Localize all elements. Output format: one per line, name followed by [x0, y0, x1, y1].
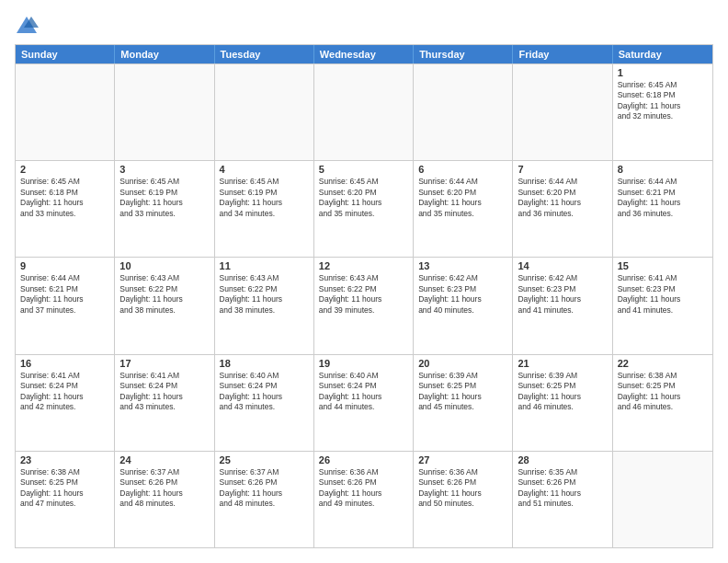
cell-info: Sunrise: 6:42 AM Sunset: 6:23 PM Dayligh…	[518, 273, 607, 316]
calendar-week-4: 23Sunrise: 6:38 AM Sunset: 6:25 PM Dayli…	[16, 451, 712, 547]
day-number: 7	[518, 164, 607, 175]
calendar-cell: 5Sunrise: 6:45 AM Sunset: 6:20 PM Daylig…	[314, 161, 414, 257]
day-number: 16	[20, 358, 109, 369]
cell-info: Sunrise: 6:45 AM Sunset: 6:19 PM Dayligh…	[220, 177, 309, 219]
day-number: 26	[319, 454, 408, 465]
calendar-cell: 12Sunrise: 6:43 AM Sunset: 6:22 PM Dayli…	[314, 258, 414, 353]
calendar-cell: 24Sunrise: 6:37 AM Sunset: 6:26 PM Dayli…	[115, 452, 214, 547]
day-number: 18	[220, 358, 309, 369]
cell-info: Sunrise: 6:42 AM Sunset: 6:23 PM Dayligh…	[418, 273, 507, 316]
cell-info: Sunrise: 6:41 AM Sunset: 6:23 PM Dayligh…	[618, 273, 708, 316]
day-number: 22	[618, 358, 708, 369]
cell-info: Sunrise: 6:41 AM Sunset: 6:24 PM Dayligh…	[119, 371, 209, 413]
cell-info: Sunrise: 6:45 AM Sunset: 6:18 PM Dayligh…	[618, 80, 708, 122]
cell-info: Sunrise: 6:37 AM Sunset: 6:26 PM Dayligh…	[119, 467, 209, 510]
day-number: 10	[119, 260, 209, 271]
header-day-thursday: Thursday	[414, 45, 513, 63]
calendar-cell: 17Sunrise: 6:41 AM Sunset: 6:24 PM Dayli…	[115, 355, 214, 451]
calendar-week-0: 1Sunrise: 6:45 AM Sunset: 6:18 PM Daylig…	[16, 63, 712, 160]
day-number: 11	[220, 260, 309, 271]
header-day-saturday: Saturday	[613, 45, 712, 63]
logo-icon	[15, 15, 39, 35]
calendar-cell: 2Sunrise: 6:45 AM Sunset: 6:18 PM Daylig…	[16, 161, 115, 257]
cell-info: Sunrise: 6:37 AM Sunset: 6:26 PM Dayligh…	[220, 467, 309, 510]
calendar-week-2: 9Sunrise: 6:44 AM Sunset: 6:21 PM Daylig…	[16, 257, 712, 353]
header-day-sunday: Sunday	[16, 45, 115, 63]
calendar-cell: 20Sunrise: 6:39 AM Sunset: 6:25 PM Dayli…	[414, 355, 513, 451]
calendar-cell: 18Sunrise: 6:40 AM Sunset: 6:24 PM Dayli…	[215, 355, 314, 451]
calendar-cell	[115, 64, 214, 160]
day-number: 17	[119, 358, 209, 369]
cell-info: Sunrise: 6:45 AM Sunset: 6:18 PM Dayligh…	[20, 177, 109, 219]
calendar-body: 1Sunrise: 6:45 AM Sunset: 6:18 PM Daylig…	[16, 63, 712, 547]
header-day-wednesday: Wednesday	[314, 45, 414, 63]
calendar-cell: 23Sunrise: 6:38 AM Sunset: 6:25 PM Dayli…	[16, 452, 115, 547]
logo	[15, 15, 40, 35]
calendar-cell: 14Sunrise: 6:42 AM Sunset: 6:23 PM Dayli…	[513, 258, 612, 353]
cell-info: Sunrise: 6:35 AM Sunset: 6:26 PM Dayligh…	[518, 467, 607, 510]
cell-info: Sunrise: 6:40 AM Sunset: 6:24 PM Dayligh…	[319, 371, 408, 413]
calendar-cell	[16, 64, 115, 160]
cell-info: Sunrise: 6:44 AM Sunset: 6:20 PM Dayligh…	[518, 177, 607, 219]
calendar-cell	[513, 64, 612, 160]
header-day-tuesday: Tuesday	[215, 45, 314, 63]
cell-info: Sunrise: 6:45 AM Sunset: 6:20 PM Dayligh…	[319, 177, 408, 219]
day-number: 24	[119, 454, 209, 465]
day-number: 14	[518, 260, 607, 271]
calendar-cell: 16Sunrise: 6:41 AM Sunset: 6:24 PM Dayli…	[16, 355, 115, 451]
calendar-cell: 19Sunrise: 6:40 AM Sunset: 6:24 PM Dayli…	[314, 355, 414, 451]
calendar-cell: 6Sunrise: 6:44 AM Sunset: 6:20 PM Daylig…	[414, 161, 513, 257]
day-number: 19	[319, 358, 408, 369]
day-number: 6	[418, 164, 507, 175]
cell-info: Sunrise: 6:36 AM Sunset: 6:26 PM Dayligh…	[418, 467, 507, 510]
calendar-cell	[314, 64, 414, 160]
calendar-cell: 4Sunrise: 6:45 AM Sunset: 6:19 PM Daylig…	[215, 161, 314, 257]
cell-info: Sunrise: 6:36 AM Sunset: 6:26 PM Dayligh…	[319, 467, 408, 510]
calendar-cell: 15Sunrise: 6:41 AM Sunset: 6:23 PM Dayli…	[613, 258, 712, 353]
cell-info: Sunrise: 6:43 AM Sunset: 6:22 PM Dayligh…	[319, 273, 408, 316]
calendar-cell: 9Sunrise: 6:44 AM Sunset: 6:21 PM Daylig…	[16, 258, 115, 353]
cell-info: Sunrise: 6:41 AM Sunset: 6:24 PM Dayligh…	[20, 371, 109, 413]
cell-info: Sunrise: 6:39 AM Sunset: 6:25 PM Dayligh…	[518, 371, 607, 413]
cell-info: Sunrise: 6:40 AM Sunset: 6:24 PM Dayligh…	[220, 371, 309, 413]
calendar-cell: 25Sunrise: 6:37 AM Sunset: 6:26 PM Dayli…	[215, 452, 314, 547]
cell-info: Sunrise: 6:44 AM Sunset: 6:20 PM Dayligh…	[418, 177, 507, 219]
day-number: 13	[418, 260, 507, 271]
cell-info: Sunrise: 6:38 AM Sunset: 6:25 PM Dayligh…	[618, 371, 708, 413]
calendar-cell: 8Sunrise: 6:44 AM Sunset: 6:21 PM Daylig…	[613, 161, 712, 257]
calendar-cell: 13Sunrise: 6:42 AM Sunset: 6:23 PM Dayli…	[414, 258, 513, 353]
calendar-week-3: 16Sunrise: 6:41 AM Sunset: 6:24 PM Dayli…	[16, 354, 712, 451]
day-number: 28	[518, 454, 607, 465]
cell-info: Sunrise: 6:44 AM Sunset: 6:21 PM Dayligh…	[20, 273, 109, 316]
day-number: 3	[119, 164, 209, 175]
calendar-cell: 26Sunrise: 6:36 AM Sunset: 6:26 PM Dayli…	[314, 452, 414, 547]
page: SundayMondayTuesdayWednesdayThursdayFrid…	[0, 0, 728, 563]
calendar-cell: 1Sunrise: 6:45 AM Sunset: 6:18 PM Daylig…	[613, 64, 712, 160]
calendar-cell: 11Sunrise: 6:43 AM Sunset: 6:22 PM Dayli…	[215, 258, 314, 353]
calendar-cell	[215, 64, 314, 160]
day-number: 4	[220, 164, 309, 175]
day-number: 25	[220, 454, 309, 465]
cell-info: Sunrise: 6:39 AM Sunset: 6:25 PM Dayligh…	[418, 371, 507, 413]
day-number: 9	[20, 260, 109, 271]
calendar-cell: 7Sunrise: 6:44 AM Sunset: 6:20 PM Daylig…	[513, 161, 612, 257]
calendar-cell: 10Sunrise: 6:43 AM Sunset: 6:22 PM Dayli…	[115, 258, 214, 353]
header	[15, 15, 713, 35]
calendar-cell	[414, 64, 513, 160]
calendar-cell: 3Sunrise: 6:45 AM Sunset: 6:19 PM Daylig…	[115, 161, 214, 257]
day-number: 15	[618, 260, 708, 271]
day-number: 23	[20, 454, 109, 465]
cell-info: Sunrise: 6:44 AM Sunset: 6:21 PM Dayligh…	[618, 177, 708, 219]
day-number: 12	[319, 260, 408, 271]
cell-info: Sunrise: 6:43 AM Sunset: 6:22 PM Dayligh…	[220, 273, 309, 316]
header-day-monday: Monday	[115, 45, 214, 63]
calendar-header: SundayMondayTuesdayWednesdayThursdayFrid…	[16, 45, 712, 63]
day-number: 1	[618, 67, 708, 78]
calendar-cell: 28Sunrise: 6:35 AM Sunset: 6:26 PM Dayli…	[513, 452, 612, 547]
calendar-cell: 27Sunrise: 6:36 AM Sunset: 6:26 PM Dayli…	[414, 452, 513, 547]
calendar: SundayMondayTuesdayWednesdayThursdayFrid…	[15, 44, 713, 548]
header-day-friday: Friday	[513, 45, 612, 63]
day-number: 20	[418, 358, 507, 369]
calendar-cell: 22Sunrise: 6:38 AM Sunset: 6:25 PM Dayli…	[613, 355, 712, 451]
calendar-cell	[613, 452, 712, 547]
